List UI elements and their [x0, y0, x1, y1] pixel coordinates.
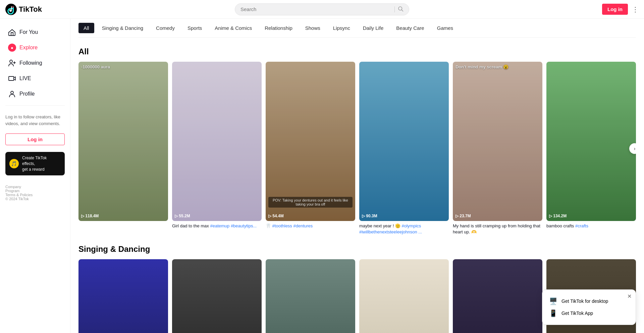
video-plays-6: ▷ 134.2M — [549, 214, 567, 218]
video-caption-5: My hand is still cramping up from holdin… — [453, 223, 542, 235]
search-divider — [394, 6, 395, 12]
create-effects-banner[interactable]: 🎵 Create TikTok effects, get a reward — [5, 152, 65, 175]
search-input[interactable] — [240, 6, 392, 12]
footer-program[interactable]: Program — [5, 189, 19, 193]
cat-tab-lipsync[interactable]: Lipsync — [328, 23, 355, 33]
sidebar-label-explore: Explore — [19, 45, 38, 51]
sidebar-login-text: Log in to follow creators, like videos, … — [0, 110, 70, 131]
sidebar-label-for-you: For You — [19, 29, 38, 35]
video-caption-2: Girl dad to the max #eatemup #beautytips… — [172, 223, 262, 229]
search-bar — [235, 3, 409, 15]
video-overlay-3: ▷ 54.4M — [266, 62, 355, 221]
video-card-5[interactable]: Don't mind my scream 😮▷ 23.7MMy hand is … — [453, 62, 542, 235]
video-thumb-5: Don't mind my scream 😮▷ 23.7M — [453, 62, 542, 221]
live-icon — [8, 74, 16, 82]
video-caption-4: maybe next year ! 🫡 #olympics #iwillbeth… — [359, 223, 449, 235]
notif-desktop-label: Get TikTok for desktop — [561, 298, 629, 304]
video-row-all: -1000000 aura▷ 118.4M▷ 55.2MGirl dad to … — [78, 62, 636, 235]
cat-tab-games[interactable]: Games — [432, 23, 458, 33]
cat-tab-daily-life[interactable]: Daily Life — [358, 23, 389, 33]
video-card-9[interactable]: Twinkle Trick Shot — [266, 259, 355, 333]
cat-tab-relationship[interactable]: Relationship — [260, 23, 298, 33]
footer-company[interactable]: Company — [5, 185, 21, 189]
cat-tab-shows[interactable]: Shows — [300, 23, 325, 33]
header-left: TikTok — [5, 4, 42, 15]
video-card-3[interactable]: POV: Taking your dentures out and it fee… — [266, 62, 355, 235]
sidebar-item-following[interactable]: Following — [3, 56, 67, 70]
cat-tab-anime-comics[interactable]: Anime & Comics — [210, 23, 257, 33]
notification-close-button[interactable]: ✕ — [627, 293, 632, 299]
following-icon — [8, 59, 16, 67]
search-icon — [397, 6, 404, 12]
video-thumb-10 — [359, 259, 449, 333]
search-button[interactable] — [397, 6, 404, 13]
svg-rect-3 — [9, 76, 14, 80]
video-plays-3: ▷ 54.4M — [268, 214, 284, 218]
cat-tab-sports[interactable]: Sports — [182, 23, 207, 33]
video-thumb-7 — [78, 259, 168, 333]
video-overlay-6: ▷ 134.2M — [546, 62, 636, 221]
profile-icon — [8, 90, 16, 98]
desktop-icon: 🖥️ — [549, 297, 557, 305]
main-content: AllSinging & DancingComedySportsAnime & … — [70, 19, 644, 333]
video-thumb-4: ▷ 90.3M — [359, 62, 449, 221]
explore-circle: ● — [8, 44, 16, 52]
sidebar-footer: Company Program Terms & Policies © 2024 … — [0, 179, 70, 206]
section-title-all: All — [78, 47, 636, 56]
sidebar-item-profile[interactable]: Profile — [3, 87, 67, 101]
sidebar-item-explore[interactable]: ● Explore — [3, 40, 67, 55]
login-button[interactable]: Log in — [602, 4, 628, 15]
desktop-notification: ✕ 🖥️ Get TikTok for desktop 📱 Get TikTok… — [542, 289, 636, 325]
cat-tab-beauty-care[interactable]: Beauty Care — [391, 23, 429, 33]
video-caption-3: 🦷 #toothless #dentures — [266, 223, 355, 229]
logo-text: TikTok — [19, 5, 42, 14]
video-card-2[interactable]: ▷ 55.2MGirl dad to the max #eatemup #bea… — [172, 62, 262, 235]
cat-tab-all[interactable]: All — [78, 23, 94, 33]
cat-tab-singing-dancing[interactable]: Singing & Dancing — [97, 23, 148, 33]
video-plays-4: ▷ 90.3M — [362, 214, 377, 218]
video-card-11[interactable] — [453, 259, 542, 333]
video-plays-2: ▷ 55.2M — [175, 214, 190, 218]
tiktok-logo-icon — [5, 4, 17, 15]
sidebar-item-for-you[interactable]: For You — [3, 25, 67, 40]
video-overlay-5: ▷ 23.7M — [453, 62, 542, 221]
video-thumb-6: ▷ 134.2M — [546, 62, 636, 221]
category-tabs: AllSinging & DancingComedySportsAnime & … — [78, 19, 636, 38]
phone-icon: 📱 — [549, 309, 557, 317]
svg-point-2 — [10, 60, 12, 63]
cat-tab-comedy[interactable]: Comedy — [151, 23, 180, 33]
effects-icon: 🎵 — [9, 159, 19, 168]
sidebar-label-profile: Profile — [19, 91, 35, 97]
sidebar-item-live[interactable]: LIVE — [3, 71, 67, 86]
video-caption-6: bamboo crafts #crafts — [546, 223, 636, 229]
video-card-1[interactable]: -1000000 aura▷ 118.4M — [78, 62, 168, 235]
video-thumb-11 — [453, 259, 542, 333]
footer-terms[interactable]: Terms & Policies — [5, 193, 33, 197]
video-thumb-8 — [172, 259, 262, 333]
header-right: Log in ⋮ — [602, 4, 639, 15]
video-card-8[interactable] — [172, 259, 262, 333]
effects-text: Create TikTok effects, get a reward — [22, 155, 61, 172]
section-all: All-1000000 aura▷ 118.4M▷ 55.2MGirl dad … — [78, 47, 636, 235]
video-thumb-1: -1000000 aura▷ 118.4M — [78, 62, 168, 221]
svg-line-1 — [401, 10, 403, 11]
sidebar-label-following: Following — [19, 60, 42, 66]
video-card-6[interactable]: ▷ 134.2Mbamboo crafts #crafts — [546, 62, 636, 235]
video-card-10[interactable] — [359, 259, 449, 333]
video-thumb-2: ▷ 55.2M — [172, 62, 262, 221]
video-overlay-4: ▷ 90.3M — [359, 62, 449, 221]
notif-app[interactable]: 📱 Get TikTok App — [549, 307, 629, 319]
footer-copyright: © 2024 TikTok — [5, 197, 65, 201]
notif-desktop[interactable]: 🖥️ Get TikTok for desktop — [549, 295, 629, 307]
video-plays-1: ▷ 118.4M — [81, 214, 99, 218]
home-icon — [8, 28, 16, 36]
more-button[interactable]: ⋮ — [632, 5, 639, 13]
video-plays-5: ▷ 23.7M — [455, 214, 471, 218]
sidebar-login-button[interactable]: Log in — [5, 133, 65, 145]
video-card-4[interactable]: ▷ 90.3Mmaybe next year ! 🫡 #olympics #iw… — [359, 62, 449, 235]
video-overlay-1: ▷ 118.4M — [78, 62, 168, 221]
video-thumb-9: Twinkle Trick Shot — [266, 259, 355, 333]
video-card-7[interactable] — [78, 259, 168, 333]
tiktok-logo[interactable]: TikTok — [5, 4, 42, 15]
svg-point-4 — [11, 91, 13, 94]
